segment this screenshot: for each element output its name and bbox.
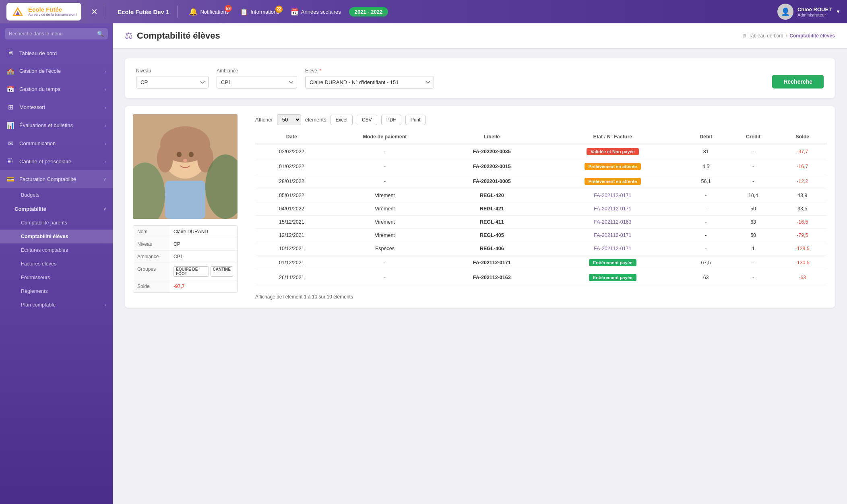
col-etat: Etat / N° Facture <box>542 130 683 144</box>
cell-mode: Virement <box>328 216 442 229</box>
cell-libelle: FA-202202-0035 <box>442 144 542 159</box>
col-date: Date <box>255 130 328 144</box>
niveau-label: Niveau <box>136 68 209 74</box>
cell-etat: FA-202112-0171 <box>542 229 683 242</box>
communication-icon: ✉ <box>6 140 14 147</box>
avatar: 👤 <box>777 4 793 20</box>
cell-solde: -130,5 <box>778 255 827 270</box>
sidebar-item-tableau-de-bord[interactable]: 🖥 Tableau de bord <box>0 44 113 62</box>
cell-credit: 1 <box>729 242 778 255</box>
status-badge: Prélèvement en attente <box>585 178 641 185</box>
cell-credit: - <box>729 174 778 189</box>
sidebar-item-gestion-ecole[interactable]: 🏫 Gestion de l'école › <box>0 62 113 80</box>
nom-value: Claire DURAND <box>169 226 237 238</box>
eleve-select[interactable]: Claire DURAND - N° d'identifiant - 151 <box>305 76 434 88</box>
cell-libelle: FA-202202-0015 <box>442 159 542 174</box>
niveau-select[interactable]: CP CE1 CE2 <box>136 76 209 88</box>
page-title: Comptabilité élèves <box>137 31 220 41</box>
ambiance-select[interactable]: CP1 CP2 <box>217 76 297 88</box>
niveau-key: Niveau <box>133 238 169 250</box>
cell-date: 05/01/2022 <box>255 189 328 202</box>
montessori-icon: ⊞ <box>6 103 14 111</box>
sidebar-item-facturation[interactable]: 💳 Facturation Comptabilité ∨ <box>0 170 113 188</box>
facture-link[interactable]: FA-202112-0171 <box>594 232 631 238</box>
sidebar-item-label: Gestion de l'école <box>19 68 100 74</box>
excel-button[interactable]: Excel <box>331 115 353 125</box>
chevron-right-icon: › <box>105 87 106 92</box>
sidebar-item-ecritures[interactable]: Écritures comptables <box>0 243 113 257</box>
cell-etat: Entièrement payée <box>542 270 683 285</box>
ambiance-label: Ambiance <box>217 68 297 74</box>
col-mode: Mode de paiement <box>328 130 442 144</box>
sidebar: 🔍 🖥 Tableau de bord 🏫 Gestion de l'école… <box>0 23 113 504</box>
cell-solde: -16,5 <box>778 216 827 229</box>
csv-button[interactable]: CSV <box>357 115 377 125</box>
logo[interactable]: Ecole Futée Au service de la transmissio… <box>6 3 81 21</box>
search-icon[interactable]: 🔍 <box>97 31 104 37</box>
group-tag-cantine: CANTINE <box>211 266 233 277</box>
sidebar-item-gestion-temps[interactable]: 📅 Gestion du temps › <box>0 80 113 98</box>
table-area: Afficher 50 25 100 éléments Excel CSV PD… <box>255 114 827 300</box>
user-menu[interactable]: 👤 Chloé ROUET Administrateur ▼ <box>777 4 841 20</box>
year-selector[interactable]: 2021 - 2022 <box>349 7 388 16</box>
status-badge: Entièrement payée <box>589 274 636 281</box>
sidebar-item-factures-eleves[interactable]: Factures élèves <box>0 257 113 271</box>
sidebar-item-label: Montessori <box>19 104 100 110</box>
sidebar-item-fournisseurs[interactable]: Fournisseurs <box>0 271 113 284</box>
sidebar-item-reglements[interactable]: Règlements <box>0 284 113 298</box>
sidebar-item-comptabilite-parents[interactable]: Comptabilité parents <box>0 216 113 230</box>
cantine-icon: 🏛 <box>6 158 14 165</box>
accounting-table: Date Mode de paiement Libellé Etat / N° … <box>255 130 827 285</box>
ecritures-label: Écritures comptables <box>21 247 68 253</box>
sidebar-item-montessori[interactable]: ⊞ Montessori › <box>0 98 113 116</box>
close-icon[interactable]: ✕ <box>91 7 98 16</box>
cell-solde: 33,5 <box>778 202 827 216</box>
sidebar-item-plan-comptable[interactable]: Plan comptable › <box>0 298 113 312</box>
annees-scolaires-button[interactable]: 📆 Années scolaires <box>291 8 341 16</box>
facture-link[interactable]: FA-202112-0171 <box>594 206 631 212</box>
facture-link[interactable]: FA-202112-0171 <box>594 246 631 251</box>
sidebar-item-label: Communication <box>19 140 100 146</box>
facture-link[interactable]: FA-202112-0171 <box>594 193 631 198</box>
svg-point-10 <box>183 159 187 162</box>
breadcrumb-home[interactable]: Tableau de bord <box>749 33 783 39</box>
sidebar-item-cantine[interactable]: 🏛 Cantine et périscolaire › <box>0 152 113 170</box>
cell-etat: FA-202112-0171 <box>542 202 683 216</box>
table-row: 01/12/2021 - FA-202112-0171 Entièrement … <box>255 255 827 270</box>
cell-date: 15/12/2021 <box>255 216 328 229</box>
sidebar-item-communication[interactable]: ✉ Communication › <box>0 134 113 152</box>
page-size-select[interactable]: 50 25 100 <box>277 114 301 125</box>
facture-link[interactable]: FA-202112-0163 <box>594 219 631 225</box>
search-input[interactable] <box>9 31 94 37</box>
logo-title: Ecole Futée <box>28 6 77 13</box>
recherche-button[interactable]: Recherche <box>772 75 824 88</box>
pdf-button[interactable]: PDF <box>381 115 401 125</box>
groupes-key: Groupes <box>133 263 169 280</box>
cell-etat: Entièrement payée <box>542 255 683 270</box>
dashboard-icon: 🖥 <box>6 49 14 57</box>
sidebar-item-budgets[interactable]: Budgets <box>0 188 113 202</box>
sidebar-item-comptabilite-eleves[interactable]: Comptabilité élèves <box>0 230 113 243</box>
informations-button[interactable]: 📋 22 Informations <box>240 8 279 16</box>
status-badge: Entièrement payée <box>589 259 636 266</box>
cell-date: 04/01/2022 <box>255 202 328 216</box>
svg-point-6 <box>157 144 173 173</box>
print-button[interactable]: Print <box>405 115 426 125</box>
bell-icon: 🔔 <box>189 7 198 16</box>
sidebar-search[interactable]: 🔍 <box>5 28 108 39</box>
cell-debit: 4,5 <box>684 159 729 174</box>
table-row: 01/02/2022 - FA-202202-0015 Prélèvement … <box>255 159 827 174</box>
content-area: ⚖ Comptabilité élèves 🖥 Tableau de bord … <box>113 23 847 504</box>
notifications-button[interactable]: 🔔 58 Notifications <box>189 7 229 16</box>
cell-mode: Virement <box>328 229 442 242</box>
solde-value: -97,7 <box>169 280 237 292</box>
cell-libelle: REGL-405 <box>442 229 542 242</box>
cell-etat: FA-202112-0171 <box>542 242 683 255</box>
page-icon: ⚖ <box>125 31 133 41</box>
sidebar-item-evaluations[interactable]: 📊 Évaluations et bulletins › <box>0 116 113 134</box>
cell-libelle: FA-202201-0005 <box>442 174 542 189</box>
cell-debit: 63 <box>684 270 729 285</box>
cell-mode: - <box>328 174 442 189</box>
fournisseurs-label: Fournisseurs <box>21 275 50 280</box>
user-role: Administrateur <box>797 12 832 17</box>
